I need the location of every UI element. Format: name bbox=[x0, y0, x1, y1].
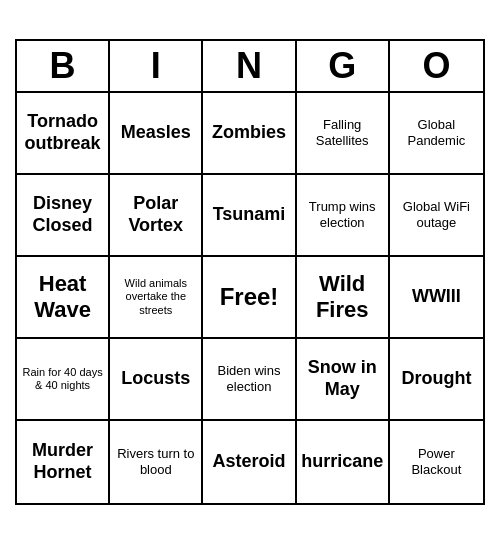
bingo-cell: Heat Wave bbox=[17, 257, 110, 339]
bingo-cell: Tsunami bbox=[203, 175, 296, 257]
bingo-header: BINGO bbox=[17, 41, 483, 93]
header-letter: G bbox=[297, 41, 390, 91]
bingo-cell: hurricane bbox=[297, 421, 390, 503]
bingo-cell: Falling Satellites bbox=[297, 93, 390, 175]
bingo-cell: Wild Fires bbox=[297, 257, 390, 339]
bingo-cell: WWIII bbox=[390, 257, 483, 339]
bingo-cell: Measles bbox=[110, 93, 203, 175]
bingo-cell: Rivers turn to blood bbox=[110, 421, 203, 503]
bingo-cell: Snow in May bbox=[297, 339, 390, 421]
bingo-cell: Locusts bbox=[110, 339, 203, 421]
bingo-cell: Asteroid bbox=[203, 421, 296, 503]
bingo-cell: Zombies bbox=[203, 93, 296, 175]
bingo-card: BINGO Tornado outbreakMeaslesZombiesFall… bbox=[15, 39, 485, 505]
header-letter: N bbox=[203, 41, 296, 91]
header-letter: B bbox=[17, 41, 110, 91]
bingo-cell: Biden wins election bbox=[203, 339, 296, 421]
bingo-cell: Wild animals overtake the streets bbox=[110, 257, 203, 339]
bingo-cell: Tornado outbreak bbox=[17, 93, 110, 175]
bingo-grid: Tornado outbreakMeaslesZombiesFalling Sa… bbox=[17, 93, 483, 503]
header-letter: O bbox=[390, 41, 483, 91]
header-letter: I bbox=[110, 41, 203, 91]
bingo-cell: Trump wins election bbox=[297, 175, 390, 257]
bingo-cell: Murder Hornet bbox=[17, 421, 110, 503]
bingo-cell: Power Blackout bbox=[390, 421, 483, 503]
bingo-cell: Polar Vortex bbox=[110, 175, 203, 257]
bingo-cell: Global WiFi outage bbox=[390, 175, 483, 257]
bingo-cell: Disney Closed bbox=[17, 175, 110, 257]
bingo-cell: Global Pandemic bbox=[390, 93, 483, 175]
bingo-cell: Free! bbox=[203, 257, 296, 339]
bingo-cell: Rain for 40 days & 40 nights bbox=[17, 339, 110, 421]
bingo-cell: Drought bbox=[390, 339, 483, 421]
